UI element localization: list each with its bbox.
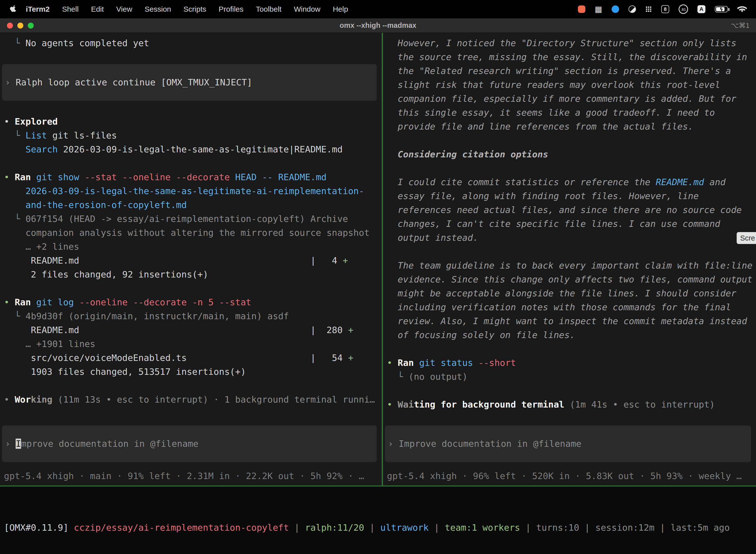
ran-git-status: • Ran git status --short: [383, 356, 756, 370]
block-cursor: I: [16, 439, 21, 449]
menu-app-name[interactable]: iTerm2: [21, 5, 56, 13]
thinking-heading: Considering citation options: [383, 148, 756, 161]
thinking-text: the source tree, missing the essay. Stil…: [383, 50, 756, 64]
thinking-text: provide file and line references from th…: [383, 120, 756, 133]
menu-help[interactable]: Help: [327, 5, 355, 13]
explored-header: • Explored: [0, 115, 382, 128]
menu-bar-left: iTerm2 ShellEditViewSessionScriptsProfil…: [10, 5, 354, 13]
git-show-arg: and-the-erosion-of-copyleft.md: [0, 198, 382, 212]
apple-icon: [10, 5, 17, 13]
zoom-window-button[interactable]: [28, 22, 34, 29]
ralph-loop-banner: › Ralph loop active continue [OMX_TMUX_I…: [2, 64, 377, 101]
tmux-pane-right[interactable]: However, I noticed the "Directory Struct…: [383, 33, 756, 486]
thinking-text: references need actual files, and since …: [383, 203, 756, 217]
apple-menu[interactable]: [10, 5, 17, 13]
menu-toolbelt[interactable]: Toolbelt: [250, 5, 288, 13]
git-show-output: └ 067f154 (HEAD -> essay/ai-reimplementa…: [0, 212, 382, 226]
blank-line: [0, 101, 382, 115]
blank-line: [0, 156, 382, 170]
git-log-output: … +1901 lines: [0, 337, 382, 351]
blank-line: [383, 161, 756, 175]
git-show-output: README.md | 4 +: [0, 254, 382, 268]
menu-edit[interactable]: Edit: [85, 5, 110, 13]
wifi-icon[interactable]: [737, 5, 747, 13]
menu-session[interactable]: Session: [138, 5, 177, 13]
working-status: • Working (11m 13s • esc to interrupt) ·…: [0, 393, 382, 406]
git-log-output: └ 4b9d30f (origin/main, instructkr/main,…: [0, 309, 382, 323]
menu-window[interactable]: Window: [288, 5, 327, 13]
tool-list: └ List git ls-files: [0, 128, 382, 143]
ralph-loop-banner-text: › Ralph loop active continue [OMX_TMUX_I…: [2, 75, 377, 89]
traffic-lights: [0, 22, 34, 29]
ran-git-show: • Ran git show --stat --oneline --decora…: [0, 170, 382, 184]
terminal: └ No agents completed yet› Ralph loop ac…: [0, 33, 756, 486]
git-log-output: src/voice/voiceModeEnabled.ts | 54 +: [0, 351, 382, 365]
blank-line: [383, 384, 756, 398]
thinking-text: The team guideline is to back every impo…: [383, 259, 756, 273]
minimize-window-button[interactable]: [17, 22, 23, 29]
omx-status-pane: [OMX#0.11.9] cczip/essay/ai-reimplementa…: [0, 487, 756, 554]
macos-menu-bar: iTerm2 ShellEditViewSessionScriptsProfil…: [0, 0, 756, 18]
window-shortcut-badge: ⌥⌘1: [731, 21, 750, 30]
battery-percentage-icon[interactable]: .61: [679, 4, 688, 14]
window-title: omx --xhigh --madmax: [339, 21, 416, 30]
git-show-output: 2 files changed, 92 insertions(+): [0, 268, 382, 281]
menu-shell[interactable]: Shell: [56, 5, 85, 13]
waiting-status: • Waiting for background terminal (1m 41…: [383, 398, 756, 411]
charging-bolt-icon: ϟ: [715, 6, 727, 12]
window-title-bar: omx --xhigh --madmax ⌥⌘1: [0, 18, 756, 33]
pane-scrollback: However, I noticed the "Directory Struct…: [383, 36, 756, 411]
close-window-button[interactable]: [7, 22, 13, 29]
model-status-text: gpt-5.4 xhigh · main · 91% left · 2.31M …: [0, 469, 382, 483]
prompt-input[interactable]: › Improve documentation in @filename: [385, 426, 751, 462]
screen-edge-tooltip: Scre: [737, 232, 756, 244]
thinking-text: the "Related research writing" section i…: [383, 64, 756, 78]
dots-grid-icon[interactable]: [645, 6, 652, 12]
pane-scrollback: └ No agents completed yet› Ralph loop ac…: [0, 36, 382, 406]
thinking-text: of focusing solely on file lines.: [383, 328, 756, 342]
model-status-text: gpt-5.4 xhigh · 96% left · 520K in · 5.8…: [383, 469, 756, 483]
blue-app-icon[interactable]: [612, 5, 619, 13]
thinking-text: output instead.: [383, 231, 756, 245]
blank-line: [383, 133, 756, 148]
menu-scripts[interactable]: Scripts: [177, 5, 212, 13]
thinking-text: evidence. Since this change only affects…: [383, 273, 756, 286]
key-app-icon[interactable]: 8: [661, 5, 669, 13]
screen: iTerm2 ShellEditViewSessionScriptsProfil…: [0, 0, 756, 554]
blank-line: [383, 342, 756, 356]
thinking-text: including verification notes with those …: [383, 300, 756, 314]
battery-nub: [728, 8, 730, 11]
keyboard-layout-icon[interactable]: ▦: [595, 5, 602, 13]
thinking-text: this single essay, it seems like a good …: [383, 106, 756, 120]
tmux-pane-left[interactable]: └ No agents completed yet› Ralph loop ac…: [0, 33, 382, 486]
battery-icon[interactable]: ϟ: [715, 6, 728, 12]
prompt-input-text: › Improve documentation in @filename: [2, 437, 377, 451]
git-show-arg: 2026-03-09-is-legal-the-same-as-legitima…: [0, 184, 382, 198]
thinking-text: essay file, along with finding root file…: [383, 189, 756, 203]
blank-line: [0, 281, 382, 295]
git-show-output: … +2 lines: [0, 240, 382, 254]
blank-line: [0, 379, 382, 393]
agents-status-line: └ No agents completed yet: [0, 36, 382, 50]
git-log-output: README.md | 280 +: [0, 323, 382, 337]
thinking-text: However, I noticed the "Directory Struct…: [383, 36, 756, 50]
menu-view[interactable]: View: [110, 5, 138, 13]
dark-circle-app-icon[interactable]: [629, 5, 636, 13]
menu-items: ShellEditViewSessionScriptsProfilesToolb…: [56, 5, 354, 13]
model-status-bar: gpt-5.4 xhigh · main · 91% left · 2.31M …: [0, 469, 382, 483]
input-source-icon[interactable]: A: [697, 5, 705, 13]
blank-line: [383, 245, 756, 259]
thinking-text: I could cite commit statistics or refere…: [383, 175, 756, 189]
prompt-input-text: › Improve documentation in @filename: [385, 437, 751, 451]
menu-bar-status-icons: ▦ 8 .61 A ϟ: [578, 4, 747, 14]
thinking-text: companion file, especially if more comme…: [383, 92, 756, 106]
prompt-input[interactable]: › Improve documentation in @filename: [2, 426, 377, 462]
ran-git-log: • Ran git log --oneline --decorate -n 5 …: [0, 295, 382, 309]
screen-recording-indicator-icon[interactable]: [578, 5, 585, 13]
thinking-text: changes, I can't cite specific file line…: [383, 217, 756, 231]
blank-line: [0, 50, 382, 64]
tool-search: Search 2026-03-09-is-legal-the-same-as-l…: [0, 143, 382, 156]
model-status-bar: gpt-5.4 xhigh · 96% left · 520K in · 5.8…: [383, 469, 756, 483]
thinking-text: might be acceptable alongside the file l…: [383, 286, 756, 300]
menu-profiles[interactable]: Profiles: [212, 5, 250, 13]
